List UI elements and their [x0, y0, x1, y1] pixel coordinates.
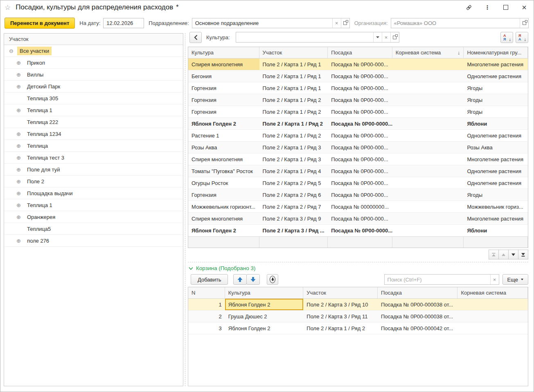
horizontal-splitter[interactable]: [188, 262, 528, 262]
basket-row[interactable]: 1Яблоня Голден 2Поле 2 / Карта 3 / Ряд 1…: [188, 299, 528, 311]
go-up-button[interactable]: [498, 250, 509, 259]
tree-expander-icon[interactable]: ⊕: [16, 60, 22, 65]
maximize-icon[interactable]: [502, 4, 509, 11]
tree-expander-icon[interactable]: ⊕: [16, 238, 22, 243]
table-row[interactable]: ГортензияПоле 2 / Карта 1 / Ряд 1Посадка…: [188, 82, 528, 94]
move-up-button[interactable]: [233, 274, 247, 285]
cell-group: Яблони: [464, 225, 528, 236]
organization-input[interactable]: [391, 18, 520, 28]
vertical-splitter[interactable]: [185, 33, 185, 386]
table-row[interactable]: Огурцы РостокПоле 2 / Карта 2 / Ряд 5Пос…: [188, 177, 528, 189]
dropdown-icon[interactable]: [373, 32, 382, 42]
tree-item[interactable]: ⊕Теплица 1: [4, 104, 183, 116]
favorite-star-icon[interactable]: ☆: [5, 3, 11, 12]
table-row[interactable]: Спирея многолетняяПоле 2 / Карта 1 / Ряд…: [188, 59, 528, 70]
tree-item[interactable]: ⊕Прикоп: [4, 57, 183, 69]
table-row[interactable]: Яблоня Голден 2Поле 2 / Карта 1 / Ряд 2П…: [188, 118, 528, 130]
tree-expander-icon[interactable]: ⊕: [16, 131, 22, 137]
date-input[interactable]: [103, 18, 144, 28]
table-row[interactable]: Розы АкваПоле 2 / Карта 1 / Ряд 3Посадка…: [188, 142, 528, 153]
tree-expander-icon[interactable]: ⊕: [16, 179, 22, 184]
table-row[interactable]: Растение 1Поле 2 / Карта 1 / Ряд 2Посадк…: [188, 130, 528, 142]
cell-plot: Поле 2 / Карта 2 / Ряд 5: [259, 177, 328, 189]
column-header[interactable]: Участок: [259, 47, 328, 58]
tree-expander-icon[interactable]: ⊕: [16, 84, 22, 89]
basket-row[interactable]: 3Яблоня Голден 2Поле 2 / Карта 1 / Ряд 2…: [188, 322, 528, 334]
tree-expander-icon[interactable]: ⊕: [16, 214, 22, 220]
table-row[interactable]: Спирея многолетняяПоле 2 / Карта 3 / Ряд…: [188, 213, 528, 225]
cell-planting: Посадка № 0Р00-000...: [328, 142, 392, 153]
table-row[interactable]: ГортензияПоле 2 / Карта 2 / Ряд 6Посадка…: [188, 189, 528, 201]
table-row[interactable]: Можжевельник горизонт...Поле 2 / Карта 2…: [188, 201, 528, 213]
tree-item[interactable]: ⊕Теплица 1: [4, 199, 183, 211]
move-down-button[interactable]: [246, 274, 260, 285]
go-down-button[interactable]: [508, 250, 518, 259]
cell-group: Ягоды: [464, 106, 528, 117]
tree-expander-icon[interactable]: ⊕: [16, 155, 22, 160]
choose-icon[interactable]: [520, 18, 528, 28]
tree-item[interactable]: ⊕Виллы: [4, 69, 183, 81]
table-row[interactable]: ГортензияПоле 2 / Карта 1 / Ряд 2Посадка…: [188, 94, 528, 106]
tree-item[interactable]: ⊕Оранжерея: [4, 211, 183, 223]
table-row[interactable]: Томаты "Пуговка" РостокПоле 2 / Карта 1 …: [188, 165, 528, 177]
tree-expander-icon[interactable]: ⊕: [16, 108, 22, 113]
search-input[interactable]: [385, 275, 490, 284]
column-header[interactable]: N: [188, 287, 225, 298]
link-icon[interactable]: [465, 4, 473, 11]
column-header[interactable]: Корневая система↓: [392, 47, 464, 58]
clear-icon[interactable]: ×: [332, 18, 341, 28]
tree-column-header[interactable]: Участок: [4, 34, 183, 45]
finish-selection-button[interactable]: [267, 274, 278, 285]
sort-descending-button[interactable]: ЯА↓: [516, 32, 528, 43]
tree-item[interactable]: ⊕Поле 2: [4, 176, 183, 187]
go-last-button[interactable]: [518, 250, 528, 259]
basket-section-toggle[interactable]: Корзина (Подобрано 3): [189, 265, 255, 271]
column-header[interactable]: Посадка: [328, 47, 392, 58]
tree-item[interactable]: ⊕Площадка выдачи: [4, 187, 183, 199]
tree-item[interactable]: ⊕Теплица тест 3: [4, 152, 183, 164]
tree-expander-icon[interactable]: ⊕: [16, 72, 22, 77]
table-row[interactable]: БегонияПоле 2 / Карта 1 / Ряд 1Посадка №…: [188, 70, 528, 82]
column-header[interactable]: Корневая система: [457, 287, 528, 298]
tree-item[interactable]: ⊕Поле для туй: [4, 164, 183, 176]
tree-expander-icon[interactable]: ⊕: [16, 143, 22, 149]
column-header[interactable]: Культура: [188, 47, 259, 58]
table-row[interactable]: ГортензияПоле 2 / Карта 1 / Ряд 2Посадка…: [188, 106, 528, 118]
column-header-label: Культура: [192, 50, 214, 56]
back-button[interactable]: [189, 32, 202, 43]
table-row[interactable]: Яблоня Голден 2Поле 2 / Карта 3 / Ряд ..…: [188, 225, 528, 237]
cell-planting: Посадка № 0Р00-000...: [328, 130, 392, 141]
transfer-to-document-button[interactable]: Перенести в документ: [5, 18, 75, 29]
tree-expander-icon[interactable]: ⊕: [16, 203, 22, 208]
tree-expander-icon[interactable]: ⊕: [16, 167, 22, 172]
column-header[interactable]: Культура: [225, 287, 304, 298]
tree-item[interactable]: ⊕Теплица: [4, 140, 183, 152]
cell-plot: Поле 2 / Карта 1 / Ряд 1: [259, 70, 328, 82]
column-header[interactable]: Участок: [303, 287, 378, 298]
tree-item[interactable]: ⊕Детский Парк: [4, 81, 183, 92]
close-icon[interactable]: ×: [520, 4, 528, 11]
department-input[interactable]: [192, 18, 332, 28]
tree-expander-icon[interactable]: ⊖: [8, 48, 14, 54]
clear-icon[interactable]: ×: [490, 275, 499, 284]
choose-icon[interactable]: [390, 32, 399, 42]
tree-item[interactable]: ⊕поле 276: [4, 235, 183, 247]
clear-icon[interactable]: ×: [382, 32, 390, 42]
more-dots-icon[interactable]: ⋮: [484, 4, 491, 11]
column-header[interactable]: Посадка: [378, 287, 458, 298]
go-first-button[interactable]: [489, 250, 499, 259]
sort-ascending-button[interactable]: АЯ↓: [500, 32, 513, 43]
more-button[interactable]: Еще: [502, 274, 528, 285]
tree-item[interactable]: Теплица5: [4, 223, 183, 235]
tree-item[interactable]: ⊖Все участки: [4, 45, 183, 57]
tree-item[interactable]: Теплица 305: [4, 92, 183, 104]
add-button[interactable]: Добавить: [191, 274, 228, 285]
table-row[interactable]: Спирея многолетняяПоле 2 / Карта 1 / Ряд…: [188, 153, 528, 165]
basket-row[interactable]: 2Груша Дюшес 2Поле 2 / Карта 3 / Ряд 11П…: [188, 311, 528, 322]
choose-icon[interactable]: [341, 18, 349, 28]
tree-expander-icon[interactable]: ⊕: [16, 191, 22, 196]
tree-item[interactable]: Теплица 222: [4, 116, 183, 128]
column-header[interactable]: Номенклатурная гру...: [464, 47, 528, 58]
tree-item[interactable]: ⊕Теплица 1234: [4, 128, 183, 140]
culture-combo-input[interactable]: [236, 32, 373, 42]
